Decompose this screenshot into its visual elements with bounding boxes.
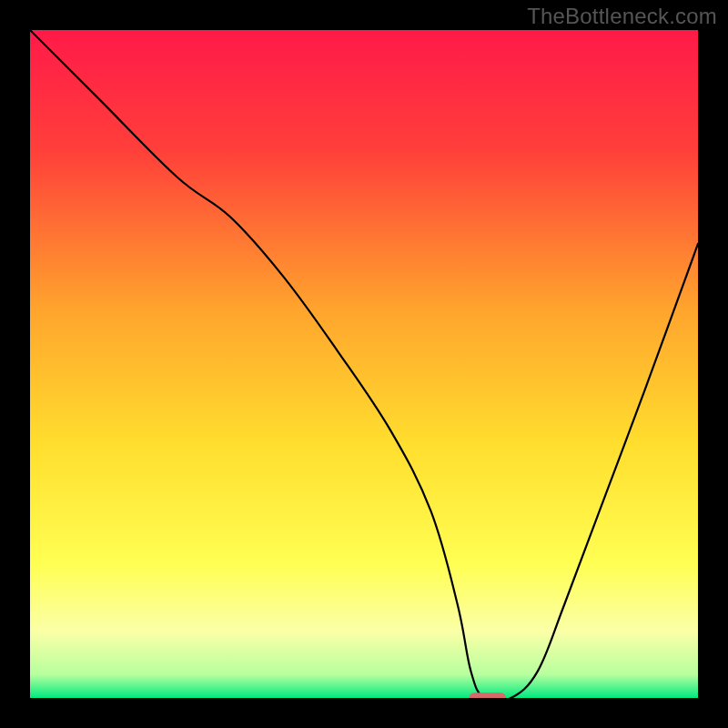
optimal-marker [470,693,506,703]
bottleneck-chart [0,0,728,728]
watermark-text: TheBottleneck.com [527,4,717,29]
chart-frame: TheBottleneck.com [0,0,728,728]
